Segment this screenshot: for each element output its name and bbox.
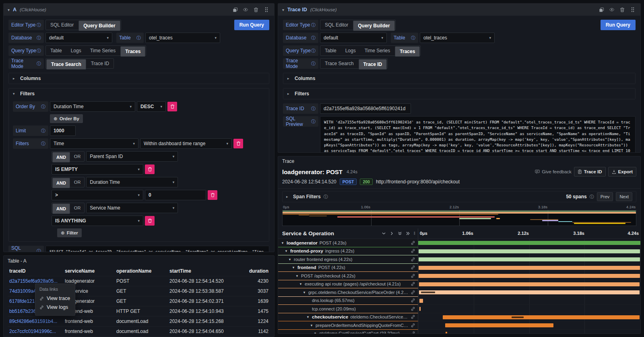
give-feedback-button[interactable]: Give feedback xyxy=(535,169,572,174)
expand-all-icon[interactable] xyxy=(406,231,410,236)
span-row[interactable]: ▾ executing api route (pages) /api/check… xyxy=(278,280,640,289)
column-resizer[interactable]: ‖ xyxy=(414,231,415,236)
info-icon[interactable]: ⓘ xyxy=(37,61,41,67)
span-timeline-cell[interactable] xyxy=(418,247,640,256)
info-icon[interactable]: ⓘ xyxy=(311,61,316,67)
collapse-caret-icon[interactable]: ▾ xyxy=(282,8,284,12)
span-bar[interactable] xyxy=(419,282,640,286)
span-bar[interactable] xyxy=(443,315,640,319)
span-timeline-cell[interactable] xyxy=(418,239,640,247)
or-option[interactable]: OR xyxy=(70,203,85,213)
columns-section-header[interactable]: ▸Columns xyxy=(13,76,265,81)
query-header-a[interactable]: ▾ A (ClickHouse) xyxy=(4,4,274,16)
span-row[interactable]: ▾ router frontend egress (4.22s) xyxy=(278,255,640,264)
prev-button[interactable]: Prev xyxy=(597,192,613,201)
span-timeline-cell[interactable] xyxy=(418,305,640,313)
col-servicename[interactable]: serviceName xyxy=(63,266,115,276)
info-icon[interactable]: ⓘ xyxy=(41,104,45,110)
order-by-field-select[interactable]: Duration Time▾ xyxy=(50,101,135,112)
span-name-cell[interactable]: ▾ prepareOrderItemsAndShippingQuoteFromC… xyxy=(278,321,418,330)
or-option[interactable]: OR xyxy=(70,177,85,187)
span-filters-label[interactable]: Span Filters xyxy=(293,194,321,199)
span-link-icon[interactable] xyxy=(411,306,418,311)
span-collapse-caret[interactable]: ▾ xyxy=(299,282,303,286)
filter-field-select[interactable]: Time▾ xyxy=(50,138,138,149)
table-row[interactable]: 89cf4286e631591b4... frontend-web docume… xyxy=(8,316,270,327)
span-link-icon[interactable] xyxy=(411,323,418,328)
span-timeline-cell[interactable] xyxy=(418,288,640,297)
span-bar[interactable] xyxy=(418,241,640,245)
query-header-traceid[interactable]: ▾ Trace ID (ClickHouse) xyxy=(278,4,640,16)
limit-input[interactable] xyxy=(50,125,76,136)
span-bar[interactable] xyxy=(419,307,421,311)
and-option[interactable]: AND xyxy=(52,203,70,214)
add-order-by-button[interactable]: ⊕Order By xyxy=(50,114,83,123)
trace-id-link[interactable]: 89cf4286e631591b4... xyxy=(8,316,63,327)
span-name-cell[interactable]: ▾ oteldemo.CartService/GetCart (23.22ms) xyxy=(278,330,418,334)
info-icon[interactable]: ⓘ xyxy=(311,48,316,54)
table-panel-title[interactable]: Table - A xyxy=(4,256,274,266)
query-type-logs[interactable]: Logs xyxy=(66,46,86,55)
span-link-icon[interactable] xyxy=(411,257,418,262)
hide-query-icon[interactable] xyxy=(242,6,249,13)
and-option[interactable]: AND xyxy=(52,178,70,188)
span-collapse-caret[interactable]: ▾ xyxy=(302,290,306,294)
trace-mode-search[interactable]: Trace Search xyxy=(320,59,358,68)
span-collapse-caret[interactable]: ▾ xyxy=(313,331,317,334)
sql-editor-option[interactable]: SQL Editor xyxy=(320,20,353,30)
chevron-right-icon[interactable]: ▸ xyxy=(286,195,290,199)
span-link-icon[interactable] xyxy=(411,298,418,303)
info-icon[interactable]: ⓘ xyxy=(37,248,41,253)
span-row[interactable]: ▾ grpc.oteldemo.CheckoutService/PlaceOrd… xyxy=(278,288,640,297)
export-button[interactable]: Export xyxy=(608,167,636,177)
span-bar[interactable] xyxy=(419,266,640,270)
table-select[interactable]: otel_traces▾ xyxy=(420,33,495,43)
hide-query-icon[interactable] xyxy=(608,6,615,13)
info-icon[interactable]: ⓘ xyxy=(411,35,415,41)
condition-operator-select[interactable]: IS ANYTHING▾ xyxy=(52,216,143,226)
condition-operator-select[interactable]: >▾ xyxy=(52,190,143,200)
col-starttime[interactable]: startTime xyxy=(168,266,241,276)
span-link-icon[interactable] xyxy=(411,265,418,270)
info-icon[interactable]: ⓘ xyxy=(311,22,316,28)
collapse-one-icon[interactable] xyxy=(382,231,386,236)
trace-mode-search[interactable]: Trace Search xyxy=(46,59,86,70)
span-link-icon[interactable] xyxy=(411,314,418,319)
expand-one-icon[interactable] xyxy=(390,231,394,236)
span-name-cell[interactable]: ▾ dns.lookup (65.57ms) xyxy=(278,297,418,305)
span-link-icon[interactable] xyxy=(411,249,418,253)
trace-panel-title[interactable]: Trace xyxy=(278,156,640,166)
table-row[interactable]: 2cc7ccfc01941996c... frontend-web docume… xyxy=(8,327,270,337)
span-row[interactable]: ▾ POST /api/checkout (4.22s) xyxy=(278,272,640,280)
span-name-cell[interactable]: ▾ checkoutservice oteldemo.CheckoutServi… xyxy=(278,313,418,322)
condition-operator-select[interactable]: IS EMPTY▾ xyxy=(52,164,143,175)
sql-editor-option[interactable]: SQL Editor xyxy=(46,20,78,30)
info-icon[interactable]: ⓘ xyxy=(37,22,41,28)
database-select[interactable]: default▾ xyxy=(45,33,112,43)
query-type-traces[interactable]: Traces xyxy=(395,46,420,57)
info-icon[interactable]: ⓘ xyxy=(590,194,594,200)
delete-query-icon[interactable] xyxy=(619,6,626,13)
trace-id-link[interactable]: 2cc7ccfc01941996c... xyxy=(8,327,63,337)
span-link-icon[interactable] xyxy=(411,282,418,286)
span-link-icon[interactable] xyxy=(411,290,418,295)
span-name-cell[interactable]: ▾ executing api route (pages) /api/check… xyxy=(278,280,418,289)
delete-query-icon[interactable] xyxy=(252,6,260,13)
span-name-cell[interactable]: ▾ router frontend egress (4.22s) xyxy=(278,255,418,264)
span-timeline-cell[interactable] xyxy=(418,272,640,280)
condition-field-select[interactable]: Duration Time▾ xyxy=(86,177,178,187)
span-timeline-cell[interactable] xyxy=(418,330,640,334)
span-timeline-cell[interactable] xyxy=(418,321,640,330)
next-button[interactable]: Next xyxy=(616,192,632,201)
trace-mode-id[interactable]: Trace ID xyxy=(87,59,114,68)
span-name-cell[interactable]: ▾ frontend POST (4.22s) xyxy=(278,264,418,272)
span-collapse-caret[interactable]: ▾ xyxy=(288,257,292,261)
span-timeline-cell[interactable] xyxy=(418,297,640,305)
query-type-timeseries[interactable]: Time Series xyxy=(360,46,395,55)
span-bar[interactable] xyxy=(419,257,640,261)
condition-field-select[interactable]: Parent Span ID▾ xyxy=(86,151,178,162)
query-type-traces[interactable]: Traces xyxy=(120,46,145,57)
span-link-icon[interactable] xyxy=(411,240,418,245)
span-collapse-caret[interactable]: ▾ xyxy=(306,315,310,319)
query-type-timeseries[interactable]: Time Series xyxy=(86,46,120,55)
